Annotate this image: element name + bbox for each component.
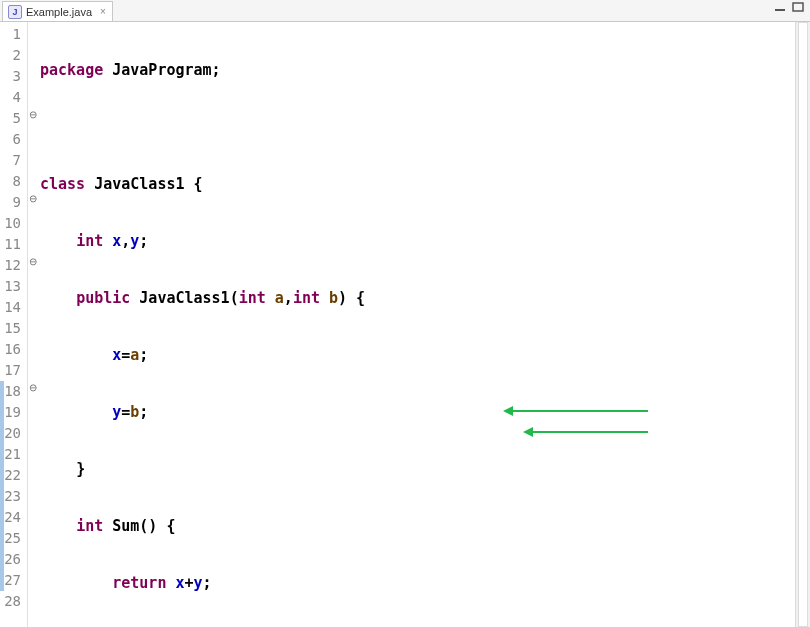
code-line[interactable]: int x,y; (40, 231, 795, 252)
code-line[interactable]: y=b; (40, 402, 795, 423)
code-area[interactable]: package JavaProgram; class JavaClass1 { … (38, 22, 795, 627)
line-number: 16 (0, 339, 27, 360)
line-number: 11 (0, 234, 27, 255)
java-file-icon: J (8, 5, 22, 19)
line-number: 3 (0, 66, 27, 87)
line-number: 28 (0, 591, 27, 612)
fold-toggle-icon[interactable]: ⊖ (29, 258, 37, 266)
line-number: 14 (0, 297, 27, 318)
annotation-arrow-icon (508, 410, 648, 412)
line-number: 20 (0, 423, 27, 444)
code-line[interactable]: public JavaClass1(int a,int b) { (40, 288, 795, 309)
line-number: 15 (0, 318, 27, 339)
line-number: 9 (0, 192, 27, 213)
scrollbar-thumb[interactable] (798, 22, 808, 627)
window-controls (774, 2, 804, 12)
svg-rect-0 (775, 9, 785, 11)
code-line[interactable]: return x+y; (40, 573, 795, 594)
line-number: 27 (0, 570, 27, 591)
line-number: 5 (0, 108, 27, 129)
editor-tab-example-java[interactable]: J Example.java × (2, 1, 113, 21)
fold-column: ⊖ ⊖ ⊖ ⊖ (28, 22, 38, 627)
line-number: 13 (0, 276, 27, 297)
code-line[interactable]: int Sum() { (40, 516, 795, 537)
code-line[interactable] (40, 117, 795, 138)
line-number: 26 (0, 549, 27, 570)
close-icon[interactable]: × (100, 6, 106, 17)
line-number: 6 (0, 129, 27, 150)
line-number: 7 (0, 150, 27, 171)
line-number: 17 (0, 360, 27, 381)
line-number: 8 (0, 171, 27, 192)
line-number: 19 (0, 402, 27, 423)
line-number: 24 (0, 507, 27, 528)
line-number: 1 (0, 24, 27, 45)
line-number: 21 (0, 444, 27, 465)
line-number: 25 (0, 528, 27, 549)
editor: 1 2 3 4 5 6 7 8 9 10 11 12 13 14 15 16 1… (0, 22, 810, 627)
code-line[interactable]: package JavaProgram; (40, 60, 795, 81)
line-number-gutter: 1 2 3 4 5 6 7 8 9 10 11 12 13 14 15 16 1… (0, 22, 28, 627)
vertical-scrollbar[interactable] (795, 22, 810, 627)
line-highlight-marker (0, 381, 4, 591)
line-number: 22 (0, 465, 27, 486)
maximize-icon[interactable] (792, 2, 804, 12)
code-line[interactable]: x=a; (40, 345, 795, 366)
svg-rect-1 (793, 3, 803, 11)
line-number: 4 (0, 87, 27, 108)
tab-filename: Example.java (26, 6, 92, 18)
code-line[interactable]: } (40, 459, 795, 480)
tab-bar: J Example.java × (0, 0, 810, 22)
line-number: 10 (0, 213, 27, 234)
line-number: 18 (0, 381, 27, 402)
fold-toggle-icon[interactable]: ⊖ (29, 195, 37, 203)
fold-toggle-icon[interactable]: ⊖ (29, 384, 37, 392)
minimize-icon[interactable] (774, 2, 786, 12)
fold-toggle-icon[interactable]: ⊖ (29, 111, 37, 119)
line-number: 12 (0, 255, 27, 276)
line-number: 2 (0, 45, 27, 66)
annotation-arrow-icon (528, 431, 648, 433)
code-line[interactable]: class JavaClass1 { (40, 174, 795, 195)
line-number: 23 (0, 486, 27, 507)
